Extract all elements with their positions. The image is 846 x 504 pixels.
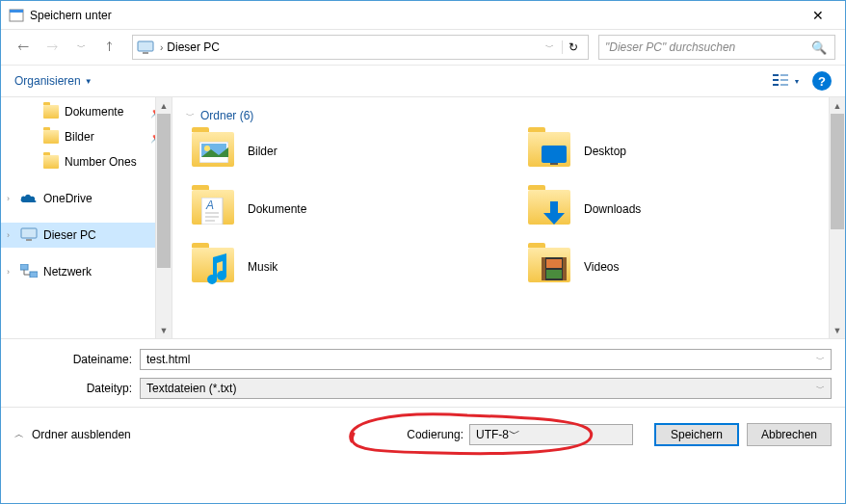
svg-rect-1 [10,10,23,13]
folder-icon [43,105,59,119]
search-input[interactable]: "Dieser PC" durchsuchen 🔍 [598,35,835,60]
sidebar-item-folder[interactable]: Number Ones [1,149,172,174]
content-pane: ﹀ Ordner (6) Bilder Desktop A Dokumente … [172,97,845,338]
expand-icon[interactable]: › [7,230,18,240]
svg-rect-13 [30,272,38,278]
sidebar-item-label: Dieser PC [43,228,96,242]
chevron-down-icon[interactable]: ﹀ [509,426,520,442]
toolbar: Organisieren ▼ ▼ ? [1,65,845,97]
chevron-up-icon: ︿ [14,428,24,441]
svg-rect-7 [780,74,788,76]
documents-folder-icon: A [192,190,234,228]
content-scrollbar[interactable]: ▲ ▼ [829,97,845,338]
chevron-down-icon: ▼ [85,77,93,86]
up-button[interactable]: 🡑 [97,35,122,60]
sidebar-item-label: Number Ones [65,155,137,169]
svg-rect-8 [780,79,788,81]
svg-rect-25 [542,257,545,280]
scroll-thumb[interactable] [157,114,171,268]
group-label: Ordner (6) [200,109,253,122]
sidebar-item-documents[interactable]: Dokumente 📌 [1,99,172,124]
svg-rect-3 [143,52,148,54]
pc-icon [20,227,38,244]
dialog-footer: ︿ Ordner ausblenden Codierung: UTF-8 ﹀ S… [1,407,845,461]
expand-icon[interactable]: › [7,267,18,277]
file-fields: Dateiname: test.html ﹀ Dateityp: Textdat… [1,338,845,399]
sidebar-item-onedrive[interactable]: › OneDrive [1,186,172,211]
folder-item-pictures[interactable]: Bilder [192,132,509,171]
scroll-down-icon[interactable]: ▼ [830,322,845,338]
svg-rect-27 [546,259,562,268]
chevron-down-icon[interactable]: ﹀ [816,383,825,395]
chevron-right-icon: › [160,42,163,53]
encoding-select[interactable]: UTF-8 ﹀ [469,424,633,445]
scroll-up-icon[interactable]: ▲ [830,97,845,114]
folder-label: Downloads [584,202,641,216]
address-bar[interactable]: › Dieser PC ﹀ ↻ [132,35,589,60]
folder-item-downloads[interactable]: Downloads [528,190,845,228]
save-button-label: Speichern [671,428,723,441]
search-icon: 🔍 [811,40,827,55]
pictures-folder-icon [192,132,234,171]
svg-rect-6 [773,84,779,86]
cancel-button-label: Abbrechen [761,428,817,441]
recent-dropdown-icon[interactable]: ﹀ [68,35,93,60]
folder-label: Dokumente [248,202,306,216]
sidebar-item-label: Bilder [65,130,94,144]
help-button[interactable]: ? [812,71,832,91]
view-options-button[interactable]: ▼ [770,69,803,93]
hide-folders-button[interactable]: ︿ Ordner ausblenden [14,428,131,441]
cancel-button[interactable]: Abbrechen [747,423,832,446]
collapse-icon: ﹀ [186,110,195,122]
window-title: Speichern unter [30,9,796,22]
sidebar-item-network[interactable]: › Netzwerk [1,259,172,284]
hide-folders-label: Ordner ausblenden [32,428,131,441]
explorer-body: Dokumente 📌 Bilder 📌 Number Ones › OneDr… [1,97,845,338]
svg-rect-12 [20,264,28,270]
back-button[interactable]: 🡐 [11,35,36,60]
svg-rect-11 [26,239,32,241]
folder-item-documents[interactable]: A Dokumente [192,190,509,228]
scroll-thumb[interactable] [831,114,844,229]
chevron-down-icon[interactable]: ﹀ [816,354,825,366]
scroll-down-icon[interactable]: ▼ [156,322,172,338]
svg-rect-28 [546,270,562,279]
music-folder-icon [192,248,234,286]
svg-rect-5 [773,79,779,81]
organize-label: Organisieren [14,74,81,88]
save-button[interactable]: Speichern [654,423,739,446]
filename-label: Dateiname: [14,353,140,366]
sidebar-item-label: OneDrive [43,192,93,205]
folder-group-header[interactable]: ﹀ Ordner (6) [186,105,845,132]
folder-label: Desktop [584,145,626,158]
videos-folder-icon [528,248,570,286]
svg-text:A: A [205,199,214,212]
svg-point-16 [204,146,210,151]
sidebar-item-this-pc[interactable]: › Dieser PC [1,223,172,248]
chevron-down-icon: ▼ [794,78,801,85]
address-dropdown-icon[interactable]: ﹀ [545,41,554,54]
refresh-button[interactable]: ↻ [562,40,584,54]
organize-menu[interactable]: Organisieren ▼ [14,74,93,88]
title-bar: Speichern unter ✕ [1,1,845,30]
folder-item-desktop[interactable]: Desktop [528,132,845,171]
sidebar-item-pictures[interactable]: Bilder 📌 [1,124,172,149]
sidebar-item-label: Netzwerk [43,265,92,279]
scroll-up-icon[interactable]: ▲ [156,97,172,114]
close-button[interactable]: ✕ [796,1,839,29]
svg-rect-18 [550,163,558,165]
folder-item-videos[interactable]: Videos [528,248,845,286]
search-placeholder: "Dieser PC" durchsuchen [605,40,735,54]
filetype-value: Textdateien (*.txt) [146,382,236,395]
expand-icon[interactable]: › [7,194,18,203]
downloads-folder-icon [528,190,570,228]
navigation-row: 🡐 🡒 ﹀ 🡑 › Dieser PC ﹀ ↻ "Dieser PC" durc… [1,30,845,65]
filetype-select[interactable]: Textdateien (*.txt) ﹀ [140,378,832,399]
folder-item-music[interactable]: Musik [192,248,509,286]
filetype-label: Dateityp: [14,382,140,395]
filename-input[interactable]: test.html ﹀ [140,349,832,370]
nav-scrollbar[interactable]: ▲ ▼ [155,97,172,338]
svg-rect-4 [773,74,779,76]
forward-button[interactable]: 🡒 [40,35,65,60]
svg-rect-10 [21,228,37,238]
